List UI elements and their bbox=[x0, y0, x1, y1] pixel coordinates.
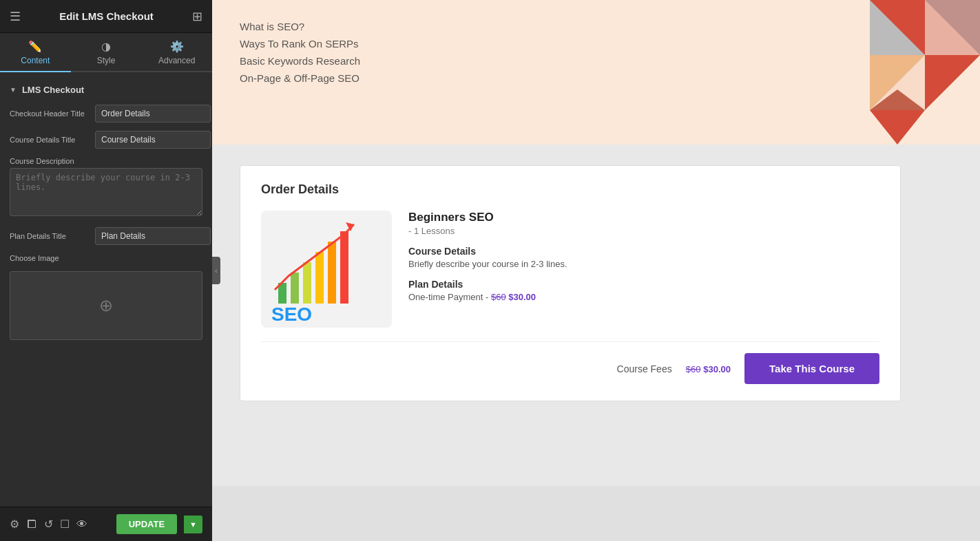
checkout-header-title-label: Checkout Header Title bbox=[10, 109, 91, 118]
sidebar-content: ▼ LMS Checkout Checkout Header Title Cou… bbox=[0, 72, 212, 507]
eye-icon[interactable]: 👁 bbox=[76, 518, 87, 531]
course-lessons: - 1 Lessons bbox=[408, 226, 879, 236]
svg-rect-12 bbox=[303, 262, 311, 304]
choose-image-label: Choose Image bbox=[10, 253, 91, 263]
order-title: Order Details bbox=[261, 182, 879, 197]
course-details-title: Course Details bbox=[408, 246, 879, 257]
upload-icon: ⊕ bbox=[99, 296, 113, 315]
geo-decoration bbox=[760, 0, 980, 145]
course-details-title-row: Course Details Title bbox=[0, 127, 212, 153]
course-description-textarea[interactable] bbox=[10, 168, 202, 216]
section-label: LMS Checkout bbox=[22, 85, 84, 95]
collapse-handle[interactable]: ‹ bbox=[212, 257, 220, 284]
update-button[interactable]: UPDATE bbox=[116, 514, 177, 534]
tab-content-label: Content bbox=[21, 56, 50, 65]
sidebar-header: ☰ Edit LMS Checkout ⊞ bbox=[0, 0, 212, 33]
svg-rect-15 bbox=[340, 231, 348, 304]
plan-details-title-label: Plan Details Title bbox=[10, 231, 91, 241]
checkout-header-title-input[interactable] bbox=[95, 105, 211, 123]
tab-advanced[interactable]: ⚙️ Advanced bbox=[141, 33, 212, 72]
tab-content[interactable]: ✏️ Content bbox=[0, 33, 71, 72]
plan-details-title-input[interactable] bbox=[95, 227, 211, 245]
bottom-bar bbox=[212, 486, 980, 541]
lms-checkout-section[interactable]: ▼ LMS Checkout bbox=[0, 79, 212, 100]
tab-style[interactable]: ◑ Style bbox=[71, 33, 142, 72]
course-description-label: Course Description bbox=[10, 157, 202, 165]
course-details-title-input[interactable] bbox=[95, 131, 211, 149]
choose-image-row: Choose Image bbox=[0, 249, 212, 267]
grid-icon[interactable]: ⊞ bbox=[192, 9, 202, 24]
settings-icon[interactable]: ⚙ bbox=[10, 518, 19, 531]
plan-price-new: $30.00 bbox=[508, 292, 536, 302]
course-description-row: Course Description bbox=[0, 153, 212, 223]
course-name: Beginners SEO bbox=[408, 211, 879, 224]
course-image: SEO bbox=[261, 211, 392, 328]
course-fees-price: $60 $30.00 bbox=[686, 363, 731, 374]
layers-icon[interactable]: ⧠ bbox=[26, 518, 37, 531]
hero-item-2: Ways To Rank On SERPs bbox=[240, 38, 360, 50]
svg-rect-11 bbox=[291, 273, 299, 304]
image-upload-area[interactable]: ⊕ bbox=[10, 271, 202, 340]
sidebar-title: Edit LMS Checkout bbox=[59, 10, 154, 22]
sidebar: ☰ Edit LMS Checkout ⊞ ✏️ Content ◑ Style… bbox=[0, 0, 212, 541]
course-info-row: SEO Beginners SEO - 1 Lessons Course Det… bbox=[261, 211, 879, 328]
fees-price-new: $30.00 bbox=[703, 364, 731, 374]
take-course-button[interactable]: Take This Course bbox=[744, 353, 879, 384]
svg-marker-6 bbox=[925, 55, 980, 110]
hero-item-3: Basic Keywords Research bbox=[240, 55, 360, 67]
hero-item-1: What is SEO? bbox=[240, 21, 360, 32]
section-arrow-icon: ▼ bbox=[10, 86, 17, 94]
order-card: Order Details bbox=[240, 165, 901, 401]
plan-details-title-row: Plan Details Title bbox=[0, 223, 212, 249]
svg-rect-14 bbox=[328, 242, 336, 304]
course-details-text-content: Briefly describe your course in 2-3 line… bbox=[408, 259, 879, 269]
advanced-icon: ⚙️ bbox=[170, 40, 184, 53]
sidebar-tabs: ✏️ Content ◑ Style ⚙️ Advanced bbox=[0, 33, 212, 72]
tab-style-label: Style bbox=[97, 56, 116, 65]
plan-payment-text: One-time Payment - bbox=[408, 292, 488, 302]
course-fees-label: Course Fees bbox=[617, 363, 672, 374]
style-icon: ◑ bbox=[101, 40, 111, 53]
plan-price-old: $60 bbox=[491, 292, 506, 302]
sidebar-footer: ⚙ ⧠ ↺ ☐ 👁 UPDATE ▼ bbox=[0, 507, 212, 541]
svg-marker-16 bbox=[346, 222, 354, 231]
history-icon[interactable]: ↺ bbox=[44, 518, 53, 531]
hero-section: What is SEO? Ways To Rank On SERPs Basic… bbox=[212, 0, 980, 145]
order-footer: Course Fees $60 $30.00 Take This Course bbox=[261, 341, 879, 384]
hero-text: What is SEO? Ways To Rank On SERPs Basic… bbox=[240, 14, 360, 131]
checkout-header-title-row: Checkout Header Title bbox=[0, 100, 212, 127]
hero-item-4: On-Page & Off-Page SEO bbox=[240, 72, 360, 84]
main-content: What is SEO? Ways To Rank On SERPs Basic… bbox=[212, 0, 980, 541]
svg-text:SEO: SEO bbox=[271, 304, 312, 324]
hamburger-icon[interactable]: ☰ bbox=[10, 9, 21, 24]
fees-price-old: $60 bbox=[686, 364, 701, 374]
update-dropdown-button[interactable]: ▼ bbox=[184, 516, 202, 533]
tab-advanced-label: Advanced bbox=[158, 56, 195, 65]
content-icon: ✏️ bbox=[28, 40, 42, 53]
svg-marker-8 bbox=[870, 110, 925, 145]
plan-payment: One-time Payment - $60 $30.00 bbox=[408, 292, 879, 302]
course-details-text: Beginners SEO - 1 Lessons Course Details… bbox=[408, 211, 879, 328]
svg-rect-13 bbox=[315, 252, 324, 304]
comment-icon[interactable]: ☐ bbox=[60, 518, 70, 531]
plan-details-title: Plan Details bbox=[408, 279, 879, 290]
course-details-title-label: Course Details Title bbox=[10, 135, 91, 145]
order-section: Order Details bbox=[212, 145, 980, 486]
